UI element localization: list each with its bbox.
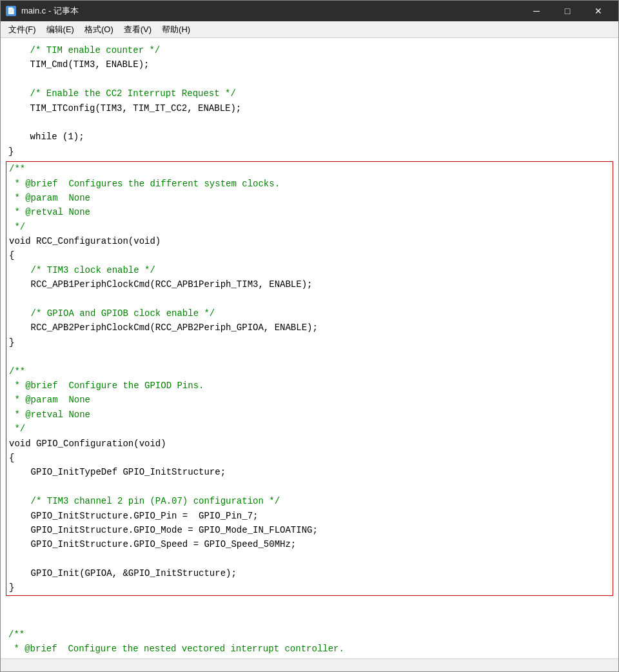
code-line: GPIO_InitTypeDef GPIO_InitStructure; (9, 467, 226, 477)
code-line: * @retval None (9, 207, 90, 217)
code-line: } (9, 337, 14, 348)
code-line: /* TIM3 clock enable */ (9, 265, 155, 275)
menu-format[interactable]: 格式(O) (79, 23, 119, 37)
red-border-block: /** * @brief Configures the different sy… (6, 161, 613, 596)
maximize-button[interactable]: □ (553, 1, 582, 21)
menu-bar: 文件(F) 编辑(E) 格式(O) 查看(V) 帮助(H) (1, 21, 618, 38)
code-line: GPIO_InitStructure.GPIO_Pin = GPIO_Pin_7… (9, 511, 258, 521)
close-button[interactable]: ✕ (584, 1, 613, 21)
code-line: } (9, 582, 14, 593)
code-line: RCC_APB2PeriphClockCmd(RCC_APB2Periph_GP… (9, 322, 318, 333)
code-line: /* TIM enable counter */ (8, 45, 160, 55)
code-line: GPIO_InitStructure.GPIO_Speed = GPIO_Spe… (9, 539, 296, 549)
code-line: while (1); (8, 132, 84, 142)
code-line: */ (9, 222, 25, 232)
code-line: GPIO_Init(GPIOA, &GPIO_InitStructure); (9, 568, 237, 578)
code-line: */ (9, 424, 25, 434)
code-line: /* TIM3 channel 2 pin (PA.07) configurat… (9, 496, 280, 506)
code-line: * @param None (8, 658, 90, 658)
code-line: /** (8, 629, 25, 640)
minimize-button[interactable]: ─ (522, 1, 551, 21)
code-line: { (9, 453, 14, 463)
code-line: void GPIO_Configuration(void) (9, 439, 166, 449)
code-line: GPIO_InitStructure.GPIO_Mode = GPIO_Mode… (9, 525, 318, 535)
code-line: void RCC_Configuration(void) (9, 236, 161, 246)
code-line: TIM_ITConfig(TIM3, TIM_IT_CC2, ENABLE); (8, 103, 241, 114)
window-title: main.c - 记事本 (21, 5, 79, 17)
status-bar (1, 658, 618, 671)
title-bar: 📄 main.c - 记事本 ─ □ ✕ (1, 1, 618, 21)
window-controls: ─ □ ✕ (522, 1, 613, 21)
code-line: * @param None (9, 193, 90, 203)
title-bar-left: 📄 main.c - 记事本 (6, 5, 79, 17)
code-line: * @retval None (9, 410, 90, 420)
code-line: * @brief Configure the nested vectored i… (8, 644, 344, 654)
code-line: * @brief Configures the different system… (9, 179, 280, 189)
code-line: * @param None (9, 395, 90, 405)
code-line: /** (9, 164, 25, 174)
menu-edit[interactable]: 编辑(E) (41, 23, 79, 37)
code-line: } (8, 146, 14, 157)
code-line: { (9, 250, 14, 261)
menu-help[interactable]: 帮助(H) (157, 23, 195, 37)
code-line: /** (9, 366, 25, 377)
code-line: /* Enable the CC2 Interrupt Request */ (8, 88, 236, 99)
menu-file[interactable]: 文件(F) (3, 23, 41, 37)
code-line: /* GPIOA and GPIOB clock enable */ (9, 308, 215, 319)
editor-area: /* TIM enable counter */ TIM_Cmd(TIM3, E… (1, 38, 618, 658)
app-icon: 📄 (6, 6, 16, 16)
code-line: * @brief Configure the GPIOD Pins. (9, 380, 204, 391)
menu-view[interactable]: 查看(V) (119, 23, 157, 37)
main-window: 📄 main.c - 记事本 ─ □ ✕ 文件(F) 编辑(E) 格式(O) 查… (0, 0, 619, 672)
code-editor[interactable]: /* TIM enable counter */ TIM_Cmd(TIM3, E… (1, 38, 618, 658)
code-line: RCC_APB1PeriphClockCmd(RCC_APB1Periph_TI… (9, 279, 312, 290)
code-line: TIM_Cmd(TIM3, ENABLE); (8, 59, 149, 70)
